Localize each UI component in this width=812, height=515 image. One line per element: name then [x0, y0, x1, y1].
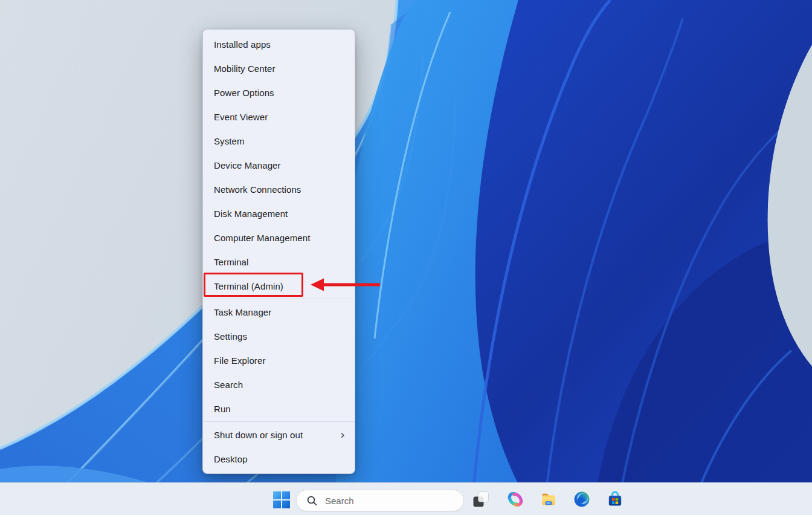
menu-item-label: Disk Management	[214, 209, 288, 219]
menu-item-label: Terminal	[214, 257, 248, 267]
menu-item-settings[interactable]: Settings	[203, 324, 355, 348]
windows-logo-icon	[273, 491, 281, 499]
microsoft-store-icon	[607, 491, 624, 508]
menu-item-search[interactable]: Search	[203, 372, 355, 397]
menu-item-label: Computer Management	[214, 233, 310, 243]
task-view-button[interactable]	[472, 490, 490, 508]
menu-separator	[203, 299, 355, 299]
bloom-wallpaper-art	[0, 0, 812, 515]
file-explorer-button[interactable]	[540, 490, 558, 508]
edge-icon	[573, 491, 590, 508]
edge-button[interactable]	[573, 490, 591, 508]
menu-item-desktop[interactable]: Desktop	[203, 447, 355, 471]
file-explorer-icon	[540, 491, 557, 508]
menu-item-terminal-admin[interactable]: Terminal (Admin)	[203, 274, 355, 298]
taskbar	[0, 482, 812, 515]
menu-item-label: Network Connections	[214, 184, 301, 195]
quick-link-menu: Installed apps Mobility Center Power Opt…	[202, 29, 355, 474]
menu-item-label: Installed apps	[214, 39, 271, 50]
menu-item-label: File Explorer	[214, 355, 266, 366]
menu-item-event-viewer[interactable]: Event Viewer	[203, 105, 355, 129]
menu-item-run[interactable]: Run	[203, 397, 355, 421]
menu-item-label: Shut down or sign out	[214, 430, 303, 440]
menu-item-computer-management[interactable]: Computer Management	[203, 225, 355, 250]
menu-item-installed-apps[interactable]: Installed apps	[203, 32, 355, 56]
menu-item-disk-management[interactable]: Disk Management	[203, 201, 355, 225]
menu-item-label: Settings	[214, 331, 247, 342]
microsoft-store-button[interactable]	[606, 490, 624, 508]
menu-item-device-manager[interactable]: Device Manager	[203, 153, 355, 177]
menu-item-label: Desktop	[214, 454, 248, 464]
menu-item-label: Task Manager	[214, 307, 271, 317]
copilot-icon	[507, 491, 524, 508]
search-input[interactable]	[325, 496, 446, 506]
menu-item-task-manager[interactable]: Task Manager	[203, 300, 355, 324]
menu-separator	[203, 421, 355, 422]
menu-item-label: Power Options	[214, 88, 274, 98]
menu-item-terminal[interactable]: Terminal	[203, 250, 355, 274]
menu-item-system[interactable]: System	[203, 129, 355, 153]
taskbar-search[interactable]	[296, 490, 464, 511]
menu-item-network-connections[interactable]: Network Connections	[203, 177, 355, 201]
menu-item-label: Search	[214, 380, 243, 390]
menu-item-label: Terminal (Admin)	[214, 281, 283, 291]
menu-item-file-explorer[interactable]: File Explorer	[203, 348, 355, 372]
menu-item-label: Device Manager	[214, 160, 281, 170]
copilot-button[interactable]	[506, 490, 524, 508]
desktop-wallpaper	[0, 0, 812, 515]
menu-item-mobility-center[interactable]: Mobility Center	[203, 56, 355, 80]
start-button[interactable]	[273, 491, 290, 508]
menu-item-label: Run	[214, 404, 231, 414]
menu-item-label: System	[214, 136, 245, 146]
submenu-chevron-icon: ›	[340, 429, 345, 441]
task-view-icon	[472, 491, 489, 508]
search-icon	[306, 495, 318, 507]
menu-item-shut-down-or-sign-out[interactable]: Shut down or sign out ›	[203, 423, 355, 447]
menu-item-label: Mobility Center	[214, 63, 276, 74]
menu-item-power-options[interactable]: Power Options	[203, 80, 355, 105]
menu-item-label: Event Viewer	[214, 112, 268, 122]
